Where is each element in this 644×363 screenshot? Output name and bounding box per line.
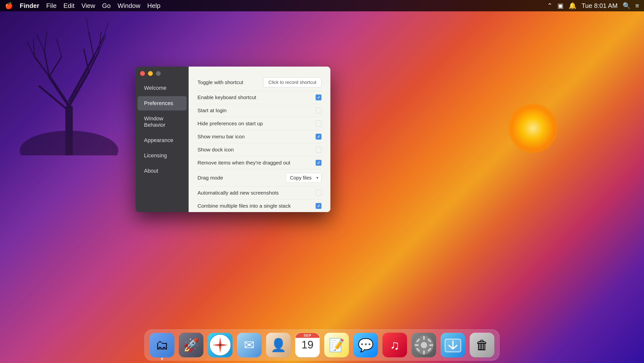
- pref-row-auto-screenshots: Automatically add new screenshots: [198, 186, 322, 200]
- dock-item-safari[interactable]: [208, 333, 232, 357]
- dock-item-messages[interactable]: 💬: [353, 333, 378, 357]
- dock-item-mail[interactable]: ✉: [237, 333, 262, 357]
- svg-point-27: [420, 342, 427, 348]
- system-prefs-icon: [414, 335, 434, 356]
- display-icon: ▣: [558, 2, 564, 10]
- notification-icon: 🔔: [568, 2, 576, 10]
- app-window: Welcome Preferences Window Behavior Appe…: [136, 66, 330, 212]
- dock-item-launchpad[interactable]: 🚀: [179, 333, 204, 357]
- pref-row-start-login: Start at login: [198, 104, 322, 117]
- pref-row-dock-icon: Show dock icon: [198, 143, 322, 156]
- checkbox-hide-prefs[interactable]: [316, 120, 322, 126]
- svg-line-11: [89, 32, 94, 57]
- pref-control-remove-items: [316, 160, 322, 166]
- checkbox-dock-icon[interactable]: [316, 147, 322, 153]
- svg-line-2: [69, 72, 89, 106]
- maximize-button[interactable]: [156, 71, 161, 76]
- window-menu[interactable]: Window: [118, 2, 140, 10]
- dock: 🗂 🚀 ✉ 👤 SEP 19 📝 💬 ♫: [144, 330, 500, 360]
- pref-label-toggle-shortcut: Toggle with shortcut: [198, 80, 243, 85]
- dock-item-system-prefs[interactable]: [412, 333, 436, 357]
- pref-label-hide-prefs: Hide preferences on start up: [198, 120, 263, 126]
- dock-item-contacts[interactable]: 👤: [266, 333, 291, 357]
- tree-silhouette: [20, 8, 118, 155]
- dock-item-music[interactable]: ♫: [382, 333, 407, 357]
- dock-item-calendar[interactable]: SEP 19: [295, 333, 320, 357]
- svg-line-16: [57, 40, 62, 57]
- calendar-month: SEP: [295, 333, 320, 338]
- pref-row-drag-mode: Drag mode Copy files Move files Link fil…: [198, 170, 322, 186]
- sidebar-item-about[interactable]: About: [138, 164, 187, 178]
- checkbox-start-login[interactable]: [316, 108, 322, 114]
- pref-control-menu-bar-icon: [316, 134, 322, 140]
- mail-icon: ✉: [244, 338, 255, 352]
- pref-control-enable-keyboard: [316, 94, 322, 100]
- clock: Tue 8:01 AM: [582, 2, 617, 10]
- checkbox-combine-files[interactable]: [316, 203, 322, 209]
- app-name[interactable]: Finder: [20, 2, 39, 10]
- pref-row-combine-files: Combine multiple files into a single sta…: [198, 200, 322, 212]
- sidebar-item-appearance[interactable]: Appearance: [138, 133, 187, 148]
- pref-control-start-login: [316, 108, 322, 114]
- svg-line-7: [49, 57, 62, 76]
- dock-item-notes[interactable]: 📝: [324, 333, 349, 357]
- menubar-right: ⌃ ▣ 🔔 Tue 8:01 AM 🔍 ≡: [547, 2, 639, 10]
- pref-label-enable-keyboard: Enable keyboard shortcut: [198, 94, 256, 100]
- help-menu[interactable]: Help: [147, 2, 160, 10]
- cursor-icon: ⌃: [547, 2, 552, 10]
- svg-rect-29: [423, 350, 425, 354]
- minimize-button[interactable]: [148, 71, 153, 76]
- dock-item-trash[interactable]: 🗑: [470, 333, 494, 357]
- messages-icon: 💬: [358, 338, 374, 353]
- launchpad-icon: 🚀: [183, 338, 199, 353]
- checkbox-remove-items[interactable]: [316, 160, 322, 166]
- pref-row-remove-items: Remove items when they're dragged out: [198, 156, 322, 170]
- pref-label-dock-icon: Show dock icon: [198, 147, 234, 153]
- pref-row-enable-keyboard: Enable keyboard shortcut: [198, 91, 322, 104]
- svg-line-20: [86, 17, 89, 32]
- sidebar-item-window-behavior[interactable]: Window Behavior: [138, 112, 187, 132]
- view-menu[interactable]: View: [81, 2, 95, 10]
- finder-icon: 🗂: [156, 338, 168, 352]
- yoink-icon: [443, 335, 463, 355]
- sidebar-item-preferences[interactable]: Preferences: [138, 96, 187, 110]
- svg-point-21: [20, 131, 118, 155]
- sidebar-item-welcome[interactable]: Welcome: [138, 81, 187, 95]
- svg-line-4: [69, 57, 94, 101]
- file-menu[interactable]: File: [46, 2, 56, 10]
- record-shortcut-button[interactable]: Click to record shortcut: [263, 78, 322, 87]
- pref-row-toggle-shortcut: Toggle with shortcut Click to record sho…: [198, 74, 322, 91]
- svg-line-14: [37, 34, 44, 52]
- close-button[interactable]: [140, 71, 145, 76]
- svg-rect-31: [429, 344, 433, 346]
- go-menu[interactable]: Go: [102, 2, 111, 10]
- sidebar-item-licensing[interactable]: Licensing: [138, 148, 187, 163]
- edit-menu[interactable]: Edit: [63, 2, 74, 10]
- pref-row-menu-bar-icon: Show menu bar icon: [198, 130, 322, 143]
- pref-row-hide-prefs: Hide preferences on start up: [198, 117, 322, 130]
- dock-item-yoink[interactable]: [440, 333, 465, 357]
- pref-control-hide-prefs: [316, 120, 322, 126]
- pref-label-remove-items: Remove items when they're dragged out: [198, 160, 290, 166]
- window-controls: [140, 71, 161, 76]
- svg-point-25: [219, 344, 221, 346]
- calendar-day: 19: [302, 338, 314, 351]
- checkbox-menu-bar-icon[interactable]: [316, 134, 322, 140]
- control-center-icon[interactable]: ≡: [635, 2, 639, 10]
- svg-rect-28: [423, 336, 425, 340]
- drag-mode-select[interactable]: Copy files Move files Link files: [286, 173, 322, 183]
- pref-control-toggle-shortcut: Click to record shortcut: [263, 78, 322, 87]
- svg-line-10: [94, 37, 104, 57]
- menubar: 🍎 Finder File Edit View Go Window Help ⌃…: [0, 0, 644, 11]
- contacts-icon: 👤: [270, 338, 286, 353]
- notes-icon: 📝: [329, 338, 345, 353]
- checkbox-enable-keyboard[interactable]: [316, 94, 322, 100]
- svg-line-15: [44, 32, 47, 52]
- checkbox-auto-screenshots[interactable]: [316, 190, 322, 196]
- apple-menu[interactable]: 🍎: [5, 2, 13, 10]
- pref-label-start-login: Start at login: [198, 108, 226, 114]
- dock-item-finder[interactable]: 🗂: [150, 333, 174, 357]
- music-icon: ♫: [390, 338, 400, 352]
- safari-icon: [209, 334, 231, 356]
- search-icon[interactable]: 🔍: [622, 2, 630, 10]
